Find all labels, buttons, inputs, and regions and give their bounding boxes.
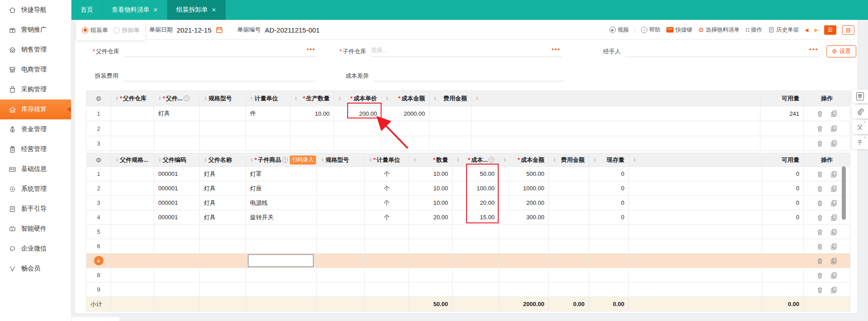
cell-parent[interactable] [154, 136, 200, 151]
cell-product[interactable]: 灯罩 [246, 167, 317, 181]
copy-row-button[interactable] [830, 287, 837, 293]
sort-icon[interactable]: ▲▼ [158, 96, 161, 100]
copy-row-button[interactable] [830, 110, 837, 117]
cell-spec[interactable] [317, 283, 365, 297]
sidebar-item-4[interactable]: 采购管理 [0, 80, 71, 99]
cell-unit[interactable] [365, 268, 409, 283]
cell-qty[interactable] [409, 225, 453, 239]
sort-icon[interactable]: ▲▼ [434, 96, 437, 100]
cell-available[interactable] [762, 268, 804, 283]
delete-row-button[interactable] [816, 272, 823, 279]
parent-table-gear-header[interactable]: ⚙ [86, 91, 111, 106]
cell-fee[interactable] [429, 121, 472, 136]
help-button[interactable]: ? 帮助 [641, 26, 660, 34]
more-icon[interactable]: ••• [552, 46, 561, 52]
copy-row-button[interactable] [830, 140, 837, 147]
copy-row-button[interactable] [830, 258, 837, 264]
cell-blank[interactable] [472, 136, 760, 151]
cell-unit[interactable]: 个 [365, 181, 409, 196]
cell-pspec[interactable] [111, 181, 154, 196]
cell-pcode[interactable] [154, 268, 200, 283]
copy-row-button[interactable] [830, 214, 837, 221]
cell-pname[interactable] [200, 239, 246, 254]
cell-fee[interactable] [549, 210, 589, 225]
delete-row-button[interactable] [816, 140, 823, 147]
cell-cost[interactable] [453, 268, 499, 283]
cell-cost[interactable] [453, 283, 499, 297]
cell-stock[interactable] [589, 225, 629, 239]
sort-icon[interactable]: ▲▼ [593, 158, 596, 162]
cell-parent[interactable]: 灯具 [154, 106, 200, 121]
cell-blank[interactable] [629, 196, 762, 210]
parent-table-header-qty[interactable]: ▲▼*生产数量 [290, 91, 334, 106]
cell-pname[interactable]: 灯具 [200, 167, 246, 181]
cell-blank[interactable] [629, 225, 762, 239]
cell-product[interactable]: 旋转开关 [246, 210, 317, 225]
hotkey-button[interactable]: 快捷键 [666, 26, 693, 34]
cell-qty[interactable]: 20.00 [409, 210, 453, 225]
attachment-button[interactable] [852, 105, 868, 118]
cell-qty[interactable] [290, 121, 334, 136]
cell-qty[interactable] [409, 268, 453, 283]
sidebar-item-5[interactable]: 库存核算 [0, 99, 71, 119]
cell-spec[interactable] [317, 181, 365, 196]
sort-icon[interactable]: ▲▼ [553, 158, 556, 162]
cell-parent[interactable] [154, 121, 200, 136]
cell-blank[interactable] [629, 167, 762, 181]
sort-icon[interactable]: ▲▼ [250, 158, 253, 162]
cell-product[interactable]: 灯座 [246, 181, 317, 196]
cell-available[interactable] [760, 121, 804, 136]
delete-row-button[interactable] [816, 171, 823, 178]
cell-blank[interactable] [629, 210, 762, 225]
cell-fee[interactable] [549, 225, 589, 239]
cell-available[interactable]: 0 [762, 167, 804, 181]
parent-table-header-amount[interactable]: ▲▼*成本金额 [382, 91, 429, 106]
cell-spec[interactable] [317, 210, 365, 225]
product-entry-input[interactable] [248, 254, 314, 267]
sort-icon[interactable]: ▲▼ [457, 158, 460, 162]
cell-unit[interactable] [365, 225, 409, 239]
child-table-header-pname[interactable]: ▲▼父件名称 [200, 153, 246, 167]
cell-price[interactable] [334, 136, 382, 151]
copy-row-button[interactable] [830, 125, 837, 132]
sort-icon[interactable]: ▲▼ [386, 96, 389, 100]
parent-table-header-unit[interactable]: ▲▼计量单位 [246, 91, 290, 106]
cell-amount[interactable] [499, 239, 549, 254]
cell-pspec[interactable] [111, 196, 154, 210]
cell-stock[interactable]: 0 [589, 196, 629, 210]
cell-qty[interactable] [290, 136, 334, 151]
sort-icon[interactable]: ▲▼ [250, 96, 253, 100]
cell-product[interactable] [246, 283, 317, 297]
cell-pcode[interactable] [154, 225, 200, 239]
cell-amount[interactable]: 200.00 [499, 196, 549, 210]
cell-product[interactable]: 电源线 [246, 196, 317, 210]
parent-table-header-price[interactable]: ▲▼*成本单价 [334, 91, 382, 106]
cell-cost[interactable] [453, 225, 499, 239]
copy-row-button[interactable] [830, 200, 837, 207]
parent-table-header-available[interactable]: 可用量 [760, 91, 804, 106]
sidebar-item-6[interactable]: 资金管理 [0, 119, 71, 139]
cell-cost[interactable]: 20.00 [453, 196, 499, 210]
delete-row-button[interactable] [816, 229, 823, 236]
cell-pcode[interactable]: 000001 [154, 181, 200, 196]
scan-entry-badge[interactable]: 扫码录入 [290, 156, 316, 165]
cell-spec[interactable] [317, 225, 365, 239]
cell-spec[interactable] [200, 136, 246, 151]
sort-icon[interactable]: ▲▼ [476, 96, 479, 100]
delete-row-button[interactable] [816, 287, 823, 293]
child-table-header-available[interactable]: 可用量 [762, 153, 804, 167]
cell-amount[interactable] [499, 225, 549, 239]
info-icon[interactable]: ? [282, 157, 288, 163]
sidebar-item-13[interactable]: 畅会员 [0, 259, 71, 279]
sidebar-item-8[interactable]: 基础信息 [0, 159, 71, 179]
cell-warehouse[interactable] [111, 136, 154, 151]
close-icon[interactable]: ✕ [212, 7, 216, 13]
cell-pname[interactable] [200, 225, 246, 239]
sort-icon[interactable]: ▲▼ [115, 96, 118, 100]
child-table-header-stock[interactable]: ▲▼现存量 [589, 153, 629, 167]
cell-stock[interactable]: 0 [589, 210, 629, 225]
cell-spec[interactable] [317, 196, 365, 210]
cell-amount[interactable]: 300.00 [499, 210, 549, 225]
calendar-icon[interactable] [216, 26, 223, 33]
cell-price[interactable]: 200.00 [334, 106, 382, 121]
